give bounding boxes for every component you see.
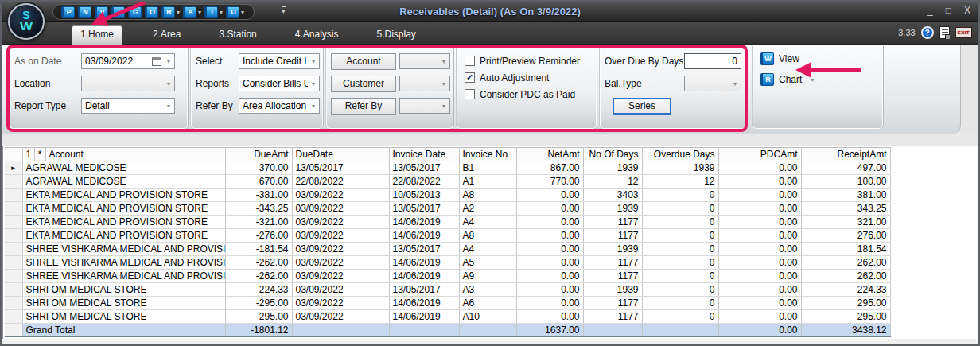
cell-invoice-date[interactable]: 14/06/2019 (389, 270, 459, 283)
cell-account[interactable]: SHREE VISHKARMA MEDICAL AND PROVISION ST… (22, 270, 225, 283)
cell-overdue-days[interactable]: 0 (642, 189, 718, 202)
table-row[interactable]: SHRI OM MEDICAL STORE-295.0003/09/202214… (5, 297, 890, 310)
account-button[interactable]: Account (331, 53, 396, 70)
cell-net-amt[interactable]: 770.00 (516, 175, 583, 189)
reports-select[interactable]: Consider Bills U ▾ (239, 76, 320, 91)
cell-due-date[interactable]: 03/09/2022 (292, 229, 389, 243)
maximize-button[interactable]: □ (946, 5, 951, 16)
cell-net-amt[interactable]: 867.00 (516, 161, 583, 175)
cell-net-amt[interactable]: 0.00 (516, 202, 583, 216)
cell-net-amt[interactable]: 0.00 (516, 229, 583, 243)
cell-account[interactable]: SHRI OM MEDICAL STORE (22, 310, 225, 324)
series-button[interactable]: Series (612, 98, 671, 115)
cell-invoice-no[interactable]: B1 (459, 161, 516, 175)
cell-receipt-amt[interactable]: 497.00 (801, 161, 890, 175)
cell-account[interactable]: AGRAWAL MEDICOSE (22, 175, 225, 189)
bal-type-select[interactable]: ▾ (684, 76, 741, 91)
cell-pdc-amt[interactable]: 0.00 (718, 216, 801, 229)
chevron-down-icon[interactable]: ▾ (163, 58, 174, 65)
cell-invoice-date[interactable]: 14/06/2019 (389, 229, 459, 243)
cell-net-amt[interactable]: 0.00 (516, 256, 583, 270)
cell-no-of-days[interactable]: 1939 (583, 243, 642, 256)
cell-no-of-days[interactable]: 3403 (583, 189, 642, 202)
cell-overdue-days[interactable]: 0 (642, 256, 718, 270)
cell-due-amt[interactable]: -321.00 (225, 216, 292, 229)
cell-account[interactable]: SHRI OM MEDICAL STORE (22, 297, 225, 310)
row-indicator[interactable] (5, 297, 22, 310)
app-logo-icon[interactable]: S W (8, 3, 45, 40)
cell-no-of-days[interactable]: 1177 (583, 270, 642, 283)
cell-invoice-no[interactable] (459, 324, 516, 337)
cell-due-date[interactable]: 03/09/2022 (292, 202, 389, 216)
cell-receipt-amt[interactable]: 262.00 (801, 270, 890, 283)
cell-pdc-amt[interactable]: 0.00 (718, 175, 801, 189)
cell-overdue-days[interactable]: 0 (642, 202, 718, 216)
cell-pdc-amt[interactable]: 0.00 (718, 243, 801, 256)
cell-overdue-days[interactable]: 0 (642, 297, 718, 310)
refer-by-select[interactable]: Area Allocation ▾ (239, 98, 320, 114)
cell-no-of-days[interactable]: 1177 (583, 216, 642, 229)
cell-invoice-date[interactable]: 14/06/2019 (389, 256, 459, 270)
corner-header[interactable]: * (34, 148, 45, 161)
table-row[interactable]: EKTA MEDICAL AND PROVISION STORE-381.000… (5, 189, 890, 202)
column-header-overdue-days[interactable]: Overdue Days (642, 148, 718, 161)
row-indicator[interactable] (5, 256, 22, 270)
cell-invoice-no[interactable]: A2 (459, 202, 516, 216)
table-row[interactable]: SHREE VISHKARMA MEDICAL AND PROVISION ST… (5, 270, 890, 283)
cell-no-of-days[interactable] (583, 324, 642, 337)
minimize-button[interactable]: _ (928, 5, 933, 16)
table-row[interactable]: SHRI OM MEDICAL STORE-224.3303/09/202213… (5, 283, 890, 297)
cell-invoice-no[interactable]: A8 (459, 189, 516, 202)
cell-invoice-no[interactable]: A5 (459, 256, 516, 270)
cell-invoice-no[interactable]: A9 (459, 270, 516, 283)
cell-due-date[interactable]: 03/09/2022 (292, 310, 389, 324)
column-header-invoice-no[interactable]: Invoice No (459, 148, 516, 161)
table-row[interactable]: ►AGRAWAL MEDICOSE370.0013/05/201713/05/2… (5, 161, 890, 175)
row-indicator[interactable] (5, 310, 22, 324)
cell-pdc-amt[interactable]: 0.00 (718, 283, 801, 297)
table-row[interactable]: SHRI OM MEDICAL STORE-295.0003/09/202214… (5, 310, 890, 324)
cell-pdc-amt[interactable]: 0.00 (718, 256, 801, 270)
cell-invoice-no[interactable]: A6 (459, 297, 516, 310)
cell-receipt-amt[interactable]: 295.00 (801, 297, 890, 310)
cell-invoice-no[interactable]: A10 (459, 310, 516, 324)
cell-invoice-date[interactable]: 14/06/2019 (389, 216, 459, 229)
cell-net-amt[interactable]: 0.00 (516, 270, 583, 283)
cell-due-amt[interactable]: -262.00 (225, 270, 292, 283)
cell-account[interactable]: Grand Total (22, 324, 225, 337)
cell-receipt-amt[interactable]: 181.54 (801, 243, 890, 256)
cell-account[interactable]: AGRAWAL MEDICOSE (22, 161, 225, 175)
cell-net-amt[interactable]: 0.00 (516, 216, 583, 229)
calendar-icon[interactable] (152, 57, 161, 66)
cell-overdue-days[interactable]: 0 (642, 216, 718, 229)
cell-pdc-amt[interactable]: 0.00 (718, 310, 801, 324)
column-header-account[interactable]: Account (45, 148, 225, 161)
row-indicator[interactable] (5, 229, 22, 243)
cell-due-amt[interactable]: 670.00 (225, 175, 292, 189)
row-indicator[interactable] (5, 189, 22, 202)
tab-5-display[interactable]: 5.Display (368, 25, 423, 45)
table-row[interactable]: SHREE VISHKARMA MEDICAL AND PROVISION ST… (5, 243, 890, 256)
cell-invoice-date[interactable]: 22/08/2022 (389, 175, 459, 189)
cell-receipt-amt[interactable]: 295.00 (801, 310, 890, 324)
cell-overdue-days[interactable]: 0 (642, 270, 718, 283)
cell-invoice-date[interactable]: 10/05/2013 (389, 189, 459, 202)
cell-net-amt[interactable]: 0.00 (516, 297, 583, 310)
cell-net-amt[interactable]: 0.00 (516, 283, 583, 297)
cell-pdc-amt[interactable]: 0.00 (718, 270, 801, 283)
column-header-pdc-amt[interactable]: PDCAmt (718, 148, 801, 161)
cell-invoice-date[interactable]: 13/05/2017 (389, 202, 459, 216)
chevron-down-icon[interactable]: ▾ (163, 103, 174, 110)
checkbox-unchecked-icon[interactable] (465, 89, 475, 99)
grand-total-row[interactable]: Grand Total-1801.121637.000.003438.12 (5, 324, 890, 337)
chevron-down-icon[interactable]: ▾ (163, 80, 174, 87)
chevron-down-icon[interactable]: ▾ (438, 58, 449, 65)
column-header-due-date[interactable]: DueDate (292, 148, 389, 161)
refer-by-button[interactable]: Refer By (331, 98, 396, 115)
cell-account[interactable]: EKTA MEDICAL AND PROVISION STORE (22, 229, 225, 243)
cell-overdue-days[interactable]: 0 (642, 243, 718, 256)
cell-due-amt[interactable]: -295.00 (225, 297, 292, 310)
cell-receipt-amt[interactable]: 100.00 (801, 175, 890, 189)
customer-button[interactable]: Customer (331, 76, 396, 92)
close-button[interactable]: X (964, 5, 970, 16)
